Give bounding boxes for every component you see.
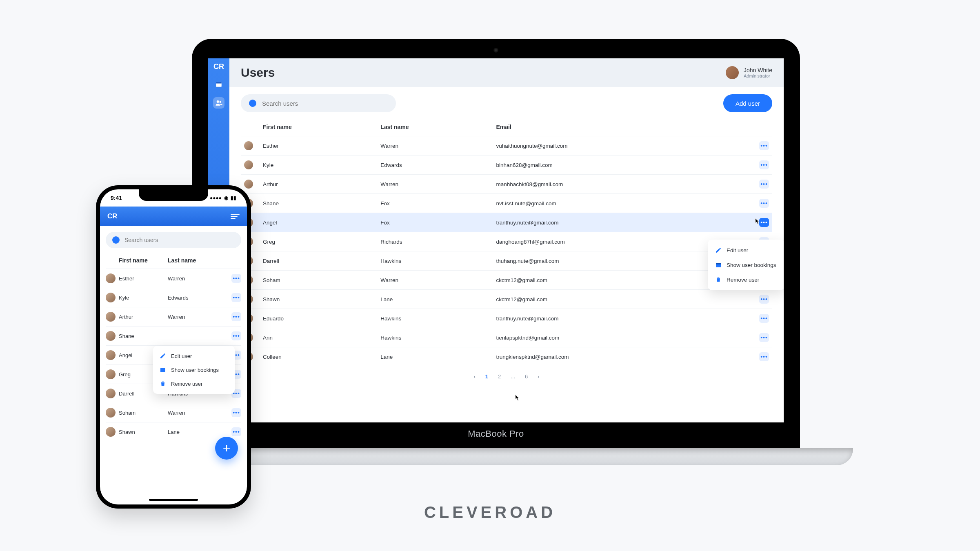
avatar — [106, 293, 116, 302]
search-input[interactable] — [241, 94, 396, 112]
svg-point-3 — [220, 101, 222, 103]
users-table: First name Last name Email EstherWarrenv… — [241, 118, 772, 366]
cursor-pointer — [512, 394, 521, 404]
avatar — [106, 312, 116, 322]
row-actions-button[interactable]: ••• — [231, 274, 241, 283]
laptop-frame: CR Users — [192, 39, 800, 449]
svg-rect-1 — [216, 82, 222, 84]
table-row[interactable]: EduardoHawkinstranthuy.nute@gmail.com••• — [241, 309, 772, 328]
table-row[interactable]: ColleenLanetrungkienspktnd@gamail.com••• — [241, 347, 772, 367]
home-indicator — [149, 499, 198, 501]
table-header-row: First name Last name Email — [241, 118, 772, 136]
avatar — [106, 350, 116, 360]
cell-first-name: Shawn — [260, 290, 377, 309]
table-row[interactable]: ShawnLaneckctm12@gmail.com••• — [241, 290, 772, 309]
search-input[interactable] — [106, 232, 241, 248]
page-2[interactable]: 2 — [498, 373, 501, 380]
trash-icon — [715, 276, 722, 283]
table-row[interactable]: ShaneFoxnvt.isst.nute@gmail.com••• — [241, 194, 772, 213]
table-row[interactable]: ArthurWarrenmanhhachkt08@gmail.com••• — [241, 175, 772, 194]
cell-first-name: Arthur — [119, 314, 168, 320]
ctx-edit-label: Edit user — [171, 353, 192, 359]
ctx-remove-user[interactable]: Remove user — [708, 272, 784, 287]
phone-frame: 9:41 ●●●● ◉ ▮▮ CR First name Las — [96, 185, 251, 509]
content-panel: Add user First name Last name Email — [229, 87, 784, 422]
row-actions-button[interactable]: ••• — [759, 295, 769, 304]
ctx-remove-user[interactable]: Remove user — [153, 377, 235, 391]
table-row[interactable]: EstherWarrenvuhaithuongnute@gmail.com••• — [241, 136, 772, 156]
sidebar-item-calendar[interactable] — [213, 78, 224, 90]
row-actions-button[interactable]: ••• — [759, 314, 769, 323]
list-item[interactable]: ArthurWarren••• — [106, 307, 241, 326]
table-row[interactable]: DarrellHawkinsthuhang.nute@gmail.com••• — [241, 251, 772, 271]
row-actions-button[interactable]: ••• — [759, 352, 769, 361]
add-user-button[interactable]: Add user — [723, 94, 772, 112]
page-6[interactable]: 6 — [525, 373, 528, 380]
ctx-edit-user[interactable]: Edit user — [708, 243, 784, 258]
row-actions-button[interactable]: ••• — [759, 333, 769, 342]
ctx-edit-user[interactable]: Edit user — [153, 349, 235, 363]
fab-add[interactable]: + — [215, 437, 238, 460]
pagination: ‹ 1 2 ... 6 › — [241, 366, 772, 384]
col-last-name[interactable]: Last name — [377, 118, 493, 136]
cell-first-name: Kyle — [119, 295, 168, 301]
avatar — [106, 389, 116, 398]
cell-last-name: Lane — [377, 347, 493, 367]
ctx-show-bookings[interactable]: Show user bookings — [708, 258, 784, 272]
row-actions-button[interactable]: ••• — [231, 408, 241, 417]
col-first-name[interactable]: First name — [260, 118, 377, 136]
cell-email: tranthuy.nute@gmail.com — [493, 213, 756, 232]
wifi-icon: ◉ — [224, 195, 228, 201]
page-next[interactable]: › — [538, 373, 539, 380]
row-actions-button[interactable]: ••• — [759, 141, 769, 150]
admin-app: CR Users — [208, 58, 784, 422]
search-icon — [249, 100, 256, 107]
cell-last-name: Lane — [168, 429, 230, 435]
page-1[interactable]: 1 — [485, 373, 488, 380]
pencil-icon — [715, 247, 722, 253]
list-item[interactable]: Shane••• — [106, 326, 241, 345]
table-row[interactable]: AngelFoxtranthuy.nute@gmail.com••• — [241, 213, 772, 232]
svg-rect-6 — [160, 368, 165, 372]
ctx-show-bookings[interactable]: Show user bookings — [153, 363, 235, 377]
current-user[interactable]: John White Administrator — [726, 66, 772, 79]
cell-last-name: Warren — [377, 271, 493, 290]
search-field[interactable] — [262, 100, 388, 107]
col-first-name[interactable]: First name — [119, 257, 168, 264]
row-actions-button[interactable]: ••• — [759, 199, 769, 208]
row-actions-button[interactable]: ••• — [231, 312, 241, 321]
cell-first-name: Shane — [260, 194, 377, 213]
ctx-edit-label: Edit user — [727, 247, 748, 253]
menu-icon[interactable] — [231, 214, 240, 219]
cursor-pointer — [752, 218, 761, 228]
table-row[interactable]: KyleEdwardsbinhan628@gmail.com••• — [241, 156, 772, 175]
cell-last-name: Edwards — [168, 295, 230, 301]
cell-last-name: Hawkins — [377, 328, 493, 347]
calendar-icon — [160, 367, 166, 373]
app-logo[interactable]: CR — [213, 62, 224, 71]
row-actions-button[interactable]: ••• — [759, 180, 769, 189]
col-email[interactable]: Email — [493, 118, 756, 136]
col-last-name[interactable]: Last name — [168, 257, 230, 264]
cell-last-name: Hawkins — [377, 251, 493, 271]
row-actions-button[interactable]: ••• — [231, 293, 241, 302]
list-item[interactable]: SohamWarren••• — [106, 403, 241, 422]
table-row[interactable]: GregRichardsdanghoang87hl@gmail.com••• — [241, 232, 772, 251]
list-item[interactable]: KyleEdwards••• — [106, 288, 241, 307]
page-ellipsis: ... — [511, 373, 515, 380]
avatar — [106, 369, 116, 379]
list-item[interactable]: EstherWarren••• — [106, 269, 241, 288]
sidebar-item-users[interactable] — [213, 97, 224, 109]
cell-last-name: Richards — [377, 232, 493, 251]
app-logo[interactable]: CR — [107, 212, 118, 220]
row-actions-button[interactable]: ••• — [231, 427, 241, 436]
cell-email: trungkienspktnd@gamail.com — [493, 347, 756, 367]
table-row[interactable]: SohamWarrenckctm12@gmail.com••• — [241, 271, 772, 290]
cell-first-name: Ann — [260, 328, 377, 347]
row-actions-button[interactable]: ••• — [231, 331, 241, 340]
page-prev[interactable]: ‹ — [473, 373, 475, 380]
search-field[interactable] — [124, 237, 235, 243]
topbar: Users John White Administrator — [229, 58, 784, 87]
table-row[interactable]: AnnHawkinstienlapspktnd@gmail.com••• — [241, 328, 772, 347]
row-actions-button[interactable]: ••• — [759, 160, 769, 169]
